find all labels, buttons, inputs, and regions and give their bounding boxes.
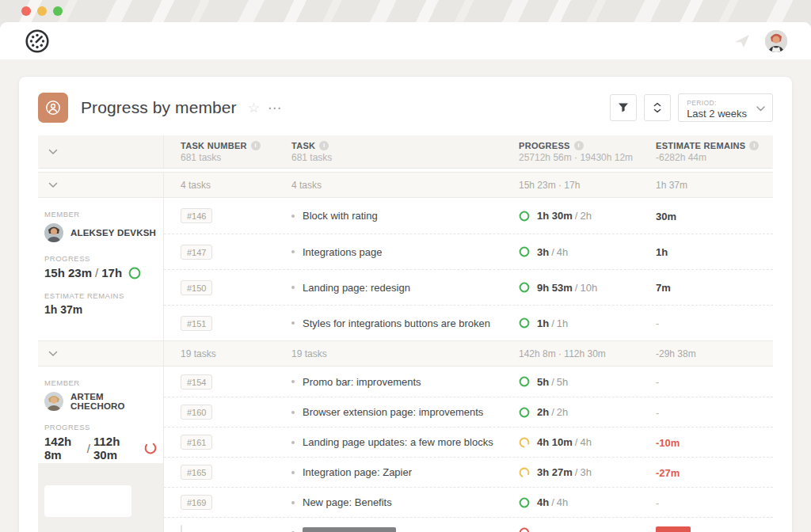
task-number-chip[interactable]: #147: [181, 245, 212, 260]
period-dropdown[interactable]: PERIOD: Last 2 weeks: [678, 93, 773, 122]
task-number-chip[interactable]: #151: [181, 316, 212, 331]
task-row[interactable]: #169 New page: Benefits 4h/4h -: [164, 487, 773, 517]
info-icon[interactable]: i: [749, 141, 759, 150]
column-header-task-number: TASK NUMBERi: [181, 141, 291, 150]
member-avatar[interactable]: [44, 223, 63, 242]
remains-value: -: [656, 376, 659, 388]
task-number-chip[interactable]: #146: [181, 208, 212, 223]
task-row[interactable]: #154 Promo bar: improvements 5h/5h -: [164, 367, 773, 397]
progress-ring-icon: [519, 246, 530, 257]
send-icon[interactable]: [733, 33, 751, 49]
remains-value: 30m: [656, 211, 676, 222]
group-body: MEMBER ALEKSEY DEVKSH: [38, 198, 773, 340]
collapse-all-chevron-icon[interactable]: [48, 149, 58, 155]
column-header-progress: PROGRESSi: [519, 141, 656, 150]
progress-ring-icon: [519, 527, 530, 532]
member-progress-value: 15h 23m / 17h: [44, 266, 157, 279]
task-number-chip[interactable]: #160: [181, 405, 212, 420]
member-name[interactable]: ARTEM CHECHORO: [70, 392, 157, 411]
progress-ring-icon: [519, 211, 530, 222]
bullet-icon: [291, 411, 295, 414]
task-title[interactable]: Block with rating: [303, 210, 378, 222]
task-number-chip[interactable]: #169: [181, 495, 212, 510]
task-row[interactable]: #147 Integrations page 3h/4h 1h: [164, 234, 773, 269]
task-number-chip[interactable]: #150: [181, 280, 212, 295]
close-window-button[interactable]: [21, 6, 31, 16]
more-options-icon[interactable]: ⋯: [268, 100, 283, 116]
column-subtotal: 681 tasks: [291, 152, 519, 163]
progress-ring-icon: [519, 407, 530, 418]
favorite-star-icon[interactable]: ☆: [248, 100, 260, 116]
task-row[interactable]: #161 Landing page updates: a few more bl…: [164, 427, 773, 457]
task-number-chip[interactable]: #165: [181, 465, 212, 480]
collapse-group-chevron-icon[interactable]: [48, 351, 58, 357]
task-number-chip[interactable]: #154: [181, 374, 212, 390]
filter-button[interactable]: [610, 94, 637, 121]
remains-value: -27m: [656, 467, 680, 479]
top-navbar: [0, 22, 811, 59]
report-header: Progress by member ☆ ⋯ P: [38, 77, 773, 135]
bullet-icon: [291, 380, 295, 383]
group-summary-row[interactable]: 19 tasks 19 tasks 142h 8m · 112h 30m -29…: [38, 340, 773, 367]
task-title[interactable]: Landing page: redesign: [303, 282, 410, 294]
column-subtotal: 681 tasks: [181, 152, 291, 163]
collapse-group-chevron-icon[interactable]: [48, 182, 58, 188]
task-title[interactable]: Promo bar: improvements: [303, 376, 421, 388]
skeleton-box: [44, 485, 131, 517]
progress-ring-icon: [519, 282, 530, 293]
task-row[interactable]: #151 Styles for integrations buttons are…: [164, 305, 773, 340]
task-row[interactable]: #165 Integration page: Zapier 3h 27m/3h …: [164, 457, 773, 487]
remains-value: -: [656, 407, 659, 419]
task-title[interactable]: Browser extension page: improvements: [303, 406, 483, 418]
group-remains-total: -29h 38m: [656, 348, 773, 359]
page-title: Progress by member: [81, 98, 237, 117]
bullet-icon: [291, 215, 295, 218]
task-title[interactable]: Styles for integrations buttons are brok…: [303, 317, 490, 329]
user-avatar[interactable]: [765, 30, 787, 52]
member-progress-value: 142h 8m / 112h 30m: [44, 435, 157, 462]
group-task-count: 4 tasks: [181, 180, 291, 191]
remains-value: [656, 526, 691, 532]
task-title: [303, 527, 396, 532]
task-row[interactable]: #160 Browser extension page: improvement…: [164, 397, 773, 427]
task-row[interactable]: #150 Landing page: redesign 9h 53m/10h 7…: [164, 269, 773, 305]
minimize-window-button[interactable]: [37, 6, 47, 16]
task-row[interactable]: #146 Block with rating 1h 30m/2h 30m: [164, 198, 773, 234]
remains-value: -10m: [656, 437, 680, 449]
progress-ring-icon: [128, 267, 141, 279]
partial-task-row[interactable]: [164, 517, 773, 532]
period-label: PERIOD:: [687, 99, 747, 107]
bullet-icon: [291, 286, 295, 289]
sort-button[interactable]: [644, 94, 671, 121]
app-logo-dial-icon[interactable]: [24, 28, 51, 55]
task-title[interactable]: Landing page updates: a few more blocks: [303, 436, 493, 448]
column-subtotal: 25712h 56m · 19430h 12m: [519, 152, 656, 163]
remains-value: -: [656, 317, 659, 329]
chevron-down-icon: [756, 106, 765, 112]
progress-ring-icon: [519, 497, 530, 508]
task-title[interactable]: Integrations page: [303, 246, 382, 258]
window-controls[interactable]: [21, 6, 63, 16]
group-task-count: 19 tasks: [291, 348, 519, 359]
group-body: MEMBER ARTEM CHECHORO: [38, 367, 773, 532]
group-task-count: 19 tasks: [181, 348, 291, 359]
task-number-chip[interactable]: #161: [181, 435, 212, 450]
bullet-icon: [291, 471, 295, 474]
info-icon[interactable]: i: [574, 141, 584, 150]
progress-ring-icon: [519, 467, 530, 478]
group-progress-total: 15h 23m · 17h: [519, 180, 656, 191]
member-name[interactable]: ALEKSEY DEVKSH: [70, 228, 156, 238]
remains-value: -: [656, 497, 659, 509]
sidebar-loading-area: [38, 463, 163, 532]
zoom-window-button[interactable]: [53, 6, 63, 16]
task-title[interactable]: New page: Benefits: [303, 496, 392, 508]
info-icon[interactable]: i: [251, 141, 261, 150]
info-icon[interactable]: i: [319, 141, 329, 150]
report-card: Progress by member ☆ ⋯ P: [19, 77, 792, 532]
app-window: Progress by member ☆ ⋯ P: [0, 22, 811, 532]
progress-ring-icon: [519, 317, 530, 329]
group-summary-row[interactable]: 4 tasks 4 tasks 15h 23m · 17h 1h 37m: [38, 172, 773, 198]
task-title[interactable]: Integration page: Zapier: [303, 466, 412, 478]
progress-ring-icon: [519, 437, 530, 448]
member-avatar[interactable]: [44, 392, 63, 411]
